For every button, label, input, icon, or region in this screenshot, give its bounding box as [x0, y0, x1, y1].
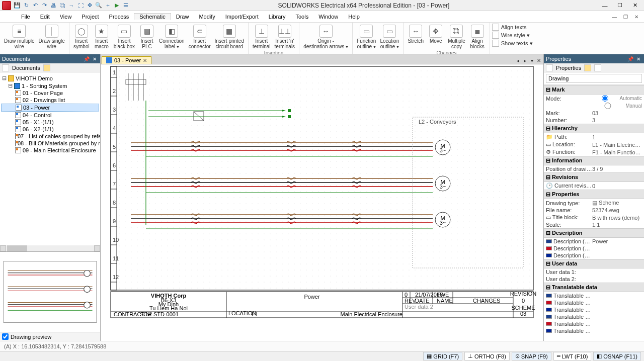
properties-filter-icon[interactable]	[546, 64, 553, 71]
minimize-button[interactable]: —	[598, 1, 612, 10]
tree-item-01[interactable]: 01 - Cover Page	[1, 89, 99, 97]
menu-schematic[interactable]: Schematic	[134, 13, 171, 20]
insert-plc[interactable]: ▤Insert PLC	[137, 24, 157, 50]
properties-fav-icon[interactable]	[584, 64, 591, 71]
tree-item-03[interactable]: 03 - Power	[1, 104, 99, 112]
prop-row[interactable]: ▭ Location:L1 - Main Electrical Enclos	[544, 141, 644, 148]
align-texts[interactable]: Align texts	[492, 24, 533, 31]
tab-list[interactable]: ▾	[528, 57, 535, 64]
prop-row[interactable]: Mark:03	[544, 110, 644, 117]
prop-section[interactable]: ⊟ Mark	[544, 85, 644, 95]
tab-close-icon[interactable]: ✕	[143, 58, 147, 63]
tree-root[interactable]: ⊟VIHOTH Demo	[1, 74, 99, 82]
qat-print[interactable]: 🖶	[49, 2, 57, 10]
status-osnap[interactable]: ◧OSNAP (F11)	[593, 352, 641, 360]
draw-single-wire[interactable]: │Draw single wire	[37, 24, 67, 50]
function-outline[interactable]: ▭Function outline ▾	[355, 24, 378, 50]
prop-row[interactable]: Translatable data	[544, 306, 644, 313]
tree-item-02[interactable]: 02 - Drawings list	[1, 97, 99, 104]
qat-reload[interactable]: ↻	[22, 2, 30, 10]
qat-pan[interactable]: ✥	[86, 2, 94, 10]
menu-library[interactable]: Library	[264, 14, 291, 20]
qat-zoom-in[interactable]: ＋	[104, 2, 112, 10]
connection-label[interactable]: ◧Connection label ▾	[157, 24, 187, 50]
tab-prev[interactable]: ◂	[514, 57, 521, 64]
prop-row[interactable]: ⚙ Function:F1 - Main Function - Pack	[544, 148, 644, 156]
prop-row[interactable]: Description (Span	[544, 245, 644, 252]
menu-file[interactable]: File	[16, 14, 35, 20]
prop-row[interactable]: Number:3	[544, 117, 644, 124]
prop-section[interactable]: ⊟ Description	[544, 228, 644, 238]
show-texts[interactable]: Show texts ▾	[492, 40, 533, 47]
tree-item-09[interactable]: 09 - Main Electrical Enclosure	[1, 147, 99, 154]
qat-fit[interactable]: ⛶	[76, 2, 85, 10]
qat-save[interactable]: 💾	[13, 2, 21, 10]
documents-pin-icon[interactable]: 📌	[83, 55, 90, 62]
move[interactable]: ✥Move	[426, 24, 446, 50]
prop-row[interactable]: ▭ Title block:B with rows (demo)	[544, 214, 644, 221]
prop-row[interactable]: User data 2:	[544, 276, 644, 283]
insert-terminal[interactable]: ⊥Insert terminal	[251, 24, 273, 50]
prop-row[interactable]: Translatable data 1 (	[544, 292, 644, 299]
menu-modify[interactable]: Modify	[194, 14, 220, 20]
tab-03-power[interactable]: 03 - Power ✕	[102, 56, 151, 64]
properties-pin-icon[interactable]: 📌	[627, 55, 634, 62]
qat-tree[interactable]: ☰	[122, 2, 130, 10]
documents-collapse-icon[interactable]	[2, 64, 9, 71]
documents-opts-icon[interactable]	[43, 64, 50, 71]
multiple-copy[interactable]: ⿻Multiple copy	[446, 24, 467, 50]
qat-undo[interactable]: ↶	[31, 2, 39, 10]
menu-edit[interactable]: Edit	[35, 14, 55, 20]
status-snap[interactable]: ⊙SNAP (F9)	[512, 352, 551, 360]
status-lwt[interactable]: ━LWT (F10)	[553, 352, 592, 360]
stretch[interactable]: ↔Stretch	[406, 24, 426, 50]
menu-help[interactable]: Help	[343, 14, 365, 20]
tree-item-07[interactable]: 07 - List of cables grouped by reference	[1, 133, 99, 140]
properties-close-icon[interactable]: ✕	[635, 55, 642, 62]
draw-multiple-wire[interactable]: ≡Draw multiple wire	[2, 24, 37, 50]
menu-import-export[interactable]: Import/Export	[220, 14, 264, 20]
close-button[interactable]: ✕	[628, 1, 642, 10]
menu-process[interactable]: Process	[104, 14, 134, 20]
prop-row[interactable]: Translatable data	[544, 320, 644, 327]
prop-row[interactable]: Translatable data	[544, 327, 644, 334]
prop-row[interactable]: Description (EnglishPower	[544, 238, 644, 245]
drawing-canvas[interactable]: 123456789101112 L2 - Conveyors M3~M3~M3~	[101, 64, 543, 341]
qat-redo[interactable]: ↷	[40, 2, 48, 10]
tab-closeall[interactable]: ✕	[535, 57, 542, 64]
properties-opt-icon[interactable]	[594, 64, 601, 71]
prop-section[interactable]: ⊟ Revisions	[544, 172, 644, 182]
qat-zoom-extents[interactable]: 🔍	[95, 2, 103, 10]
maximize-button[interactable]: ☐	[613, 1, 627, 10]
qat-run[interactable]: ▶	[113, 2, 121, 10]
status-grid[interactable]: ▦GRID (F7)	[423, 352, 462, 360]
mdi-restore[interactable]: ❐	[621, 13, 630, 20]
mdi-minimize[interactable]: —	[610, 13, 619, 20]
status-ortho[interactable]: ⊥ORTHO (F8)	[464, 352, 510, 360]
properties-search-input[interactable]	[546, 74, 642, 83]
prop-row[interactable]: File name:52374.ewg	[544, 207, 644, 214]
tree-item-04[interactable]: 04 - Control	[1, 112, 99, 119]
wire-style[interactable]: Wire style ▾	[492, 32, 533, 39]
prop-row[interactable]: Position of drawing:3 / 9	[544, 165, 644, 172]
prop-row[interactable]: 📁 Path:1	[544, 133, 644, 141]
origin-dest[interactable]: ↔Origin - destination arrows ▾	[301, 24, 350, 50]
insert-n-terminals[interactable]: ⊥⊥Insert 'n' terminals	[273, 24, 297, 50]
insert-symbol[interactable]: ◯Insert symbol	[71, 24, 92, 50]
tab-next[interactable]: ▸	[521, 57, 528, 64]
prop-section[interactable]: ⊟ Translatable data	[544, 283, 644, 292]
prop-section[interactable]: ⊟ Information	[544, 156, 644, 165]
documents-hscroll[interactable]	[0, 245, 100, 251]
prop-row[interactable]: Scale:1:1	[544, 221, 644, 228]
prop-row[interactable]: Translatable data 2 (	[544, 313, 644, 320]
qat-right[interactable]: →	[67, 2, 75, 10]
drawing-preview-checkbox[interactable]	[2, 333, 9, 340]
insert-macro[interactable]: ★Insert macro	[92, 24, 112, 50]
menu-window[interactable]: Window	[313, 14, 343, 20]
prop-row[interactable]: Description (Frenc	[544, 252, 644, 259]
prop-row[interactable]: Translatable data	[544, 299, 644, 306]
mode-manual[interactable]	[592, 103, 623, 109]
align-blocks[interactable]: ≣Align blocks	[467, 24, 488, 50]
tree-item-06[interactable]: 06 - X2-(1/1)	[1, 126, 99, 133]
insert-blackbox[interactable]: ▭Insert black box	[112, 24, 137, 50]
